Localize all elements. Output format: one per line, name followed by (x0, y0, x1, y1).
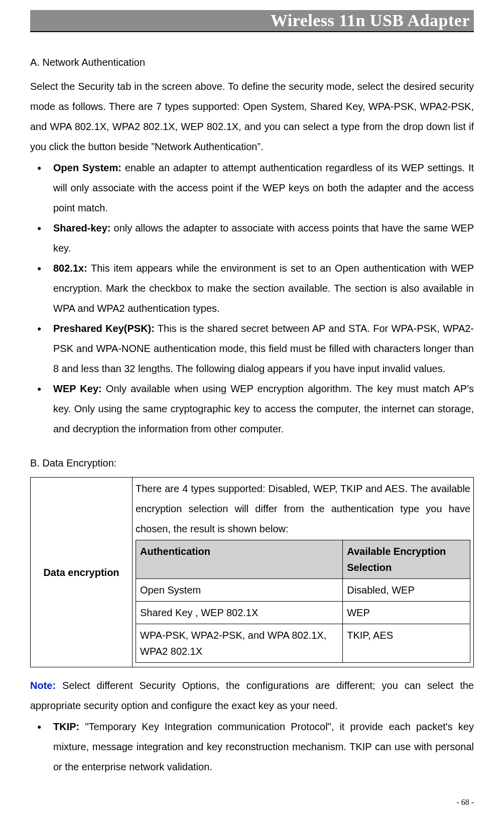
row-label-cell: Data encryption (31, 478, 133, 667)
list-item: Preshared Key(PSK): This is the shared s… (30, 318, 474, 379)
auth-enc-table: Authentication Available Encryption Sele… (136, 540, 470, 663)
list-item-label: Shared-key: (53, 222, 111, 233)
cell-auth: WPA-PSK, WPA2-PSK, and WPA 802.1X, WPA2 … (136, 624, 343, 663)
note-text: Note: Select different Security Options,… (30, 675, 474, 716)
header-encryption: Available Encryption Selection (343, 540, 470, 579)
list-item-label: 802.1x: (53, 263, 87, 274)
data-encryption-table: Data encryption There are 4 types suppor… (30, 477, 474, 667)
header-underline (30, 31, 474, 32)
table-row: WPA-PSK, WPA2-PSK, and WPA 802.1X, WPA2 … (136, 624, 470, 663)
cell-auth: Open System (136, 579, 343, 602)
table-row: Open System Disabled, WEP (136, 579, 470, 602)
list-item: Open System: enable an adapter to attemp… (30, 158, 474, 218)
list-item: 802.1x: This item appears while the envi… (30, 258, 474, 318)
row-desc-cell: There are 4 types supported: Disabled, W… (133, 478, 474, 667)
list-item: Shared-key: only allows the adapter to a… (30, 218, 474, 258)
list-item-label: Open System: (53, 162, 121, 173)
list-item-body: This item appears while the environment … (53, 263, 474, 314)
note-label: Note: (30, 680, 56, 691)
cell-enc: TKIP, AES (343, 624, 470, 663)
list-item: WEP Key: Only available when using WEP e… (30, 379, 474, 439)
section-a-list: Open System: enable an adapter to attemp… (30, 158, 474, 439)
table-row: Authentication Available Encryption Sele… (136, 540, 470, 579)
list-item-body: "Temporary Key Integration communication… (53, 721, 474, 772)
section-a-intro: Select the Security tab in the screen ab… (30, 76, 474, 157)
page-number: - 68 - (456, 798, 474, 807)
list-item-body: Only available when using WEP encryption… (53, 383, 474, 434)
header-authentication: Authentication (136, 540, 343, 579)
list-item-body: only allows the adapter to associate wit… (53, 222, 474, 254)
list-item-label: TKIP: (53, 721, 79, 732)
data-encryption-desc: There are 4 types supported: Disabled, W… (136, 479, 470, 539)
note-body: Select different Security Options, the c… (30, 680, 474, 711)
list-item-label: WEP Key: (53, 383, 102, 394)
list-item: TKIP: "Temporary Key Integration communi… (30, 717, 474, 777)
list-item-label: Preshared Key(PSK): (53, 323, 155, 334)
section-b-title: B. Data Encryption: (30, 453, 474, 473)
cell-enc: Disabled, WEP (343, 579, 470, 602)
header-banner: Wireless 11n USB Adapter (30, 10, 474, 31)
table-row: Data encryption There are 4 types suppor… (31, 478, 474, 667)
cell-auth: Shared Key , WEP 802.1X (136, 602, 343, 624)
notes-list: TKIP: "Temporary Key Integration communi… (30, 717, 474, 777)
table-row: Shared Key , WEP 802.1X WEP (136, 602, 470, 624)
cell-enc: WEP (343, 602, 470, 624)
section-a-title: A. Network Authentication (30, 52, 474, 72)
